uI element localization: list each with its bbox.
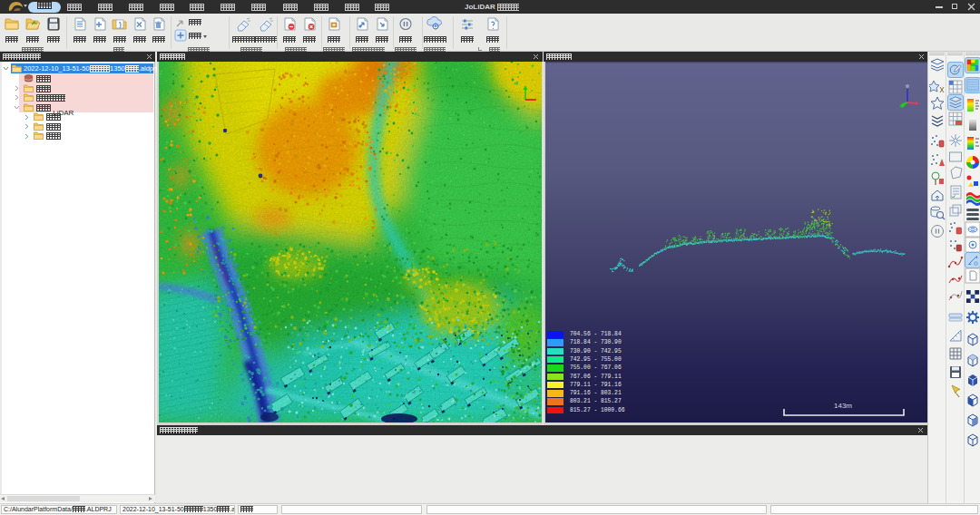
svg-text:143m: 143m: [834, 402, 852, 410]
